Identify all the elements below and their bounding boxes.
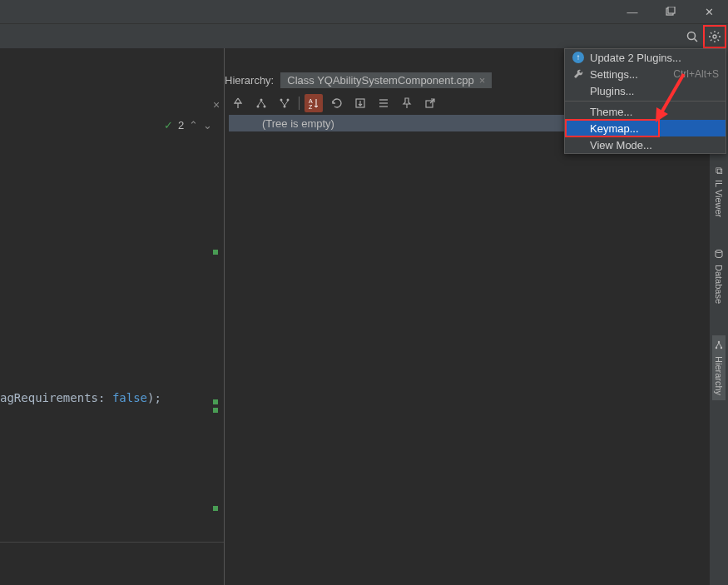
- gutter-mark: [213, 506, 218, 511]
- inspection-count: 2: [178, 119, 184, 131]
- class-hierarchy-icon[interactable]: [229, 94, 247, 112]
- checkmark-icon: ✓: [164, 119, 173, 131]
- external-icon[interactable]: [421, 94, 439, 112]
- sidebar-item-il-viewer[interactable]: ⧉ IL Viewer: [714, 165, 724, 217]
- svg-rect-1: [668, 7, 675, 13]
- autoscroll-icon[interactable]: [351, 94, 369, 112]
- title-bar: — ✕: [0, 0, 728, 23]
- svg-line-12: [718, 32, 720, 34]
- svg-point-27: [718, 341, 720, 343]
- search-icon: [686, 30, 699, 43]
- menu-item-theme[interactable]: Theme...: [565, 103, 726, 120]
- window-close-button[interactable]: ✕: [690, 0, 728, 23]
- hierarchy-icon: [714, 340, 724, 353]
- hierarchy-tab[interactable]: Class YQAbilitySystemComponent.cpp ×: [280, 72, 492, 88]
- svg-point-28: [716, 347, 717, 349]
- svg-line-3: [695, 38, 698, 42]
- expand-all-icon[interactable]: [374, 94, 393, 112]
- sidebar-item-hierarchy[interactable]: Hierarchy: [712, 335, 726, 400]
- menu-item-settings[interactable]: Settings... Ctrl+Alt+S: [565, 66, 726, 82]
- gear-icon: [708, 30, 721, 43]
- svg-point-26: [716, 250, 722, 253]
- code-line[interactable]: agRequirements: false);: [0, 391, 161, 404]
- hierarchy-label: Hierarchy:: [225, 74, 274, 87]
- subtypes-hierarchy-icon[interactable]: [275, 94, 294, 112]
- settings-gear-button[interactable]: [703, 25, 726, 48]
- window-maximize-button[interactable]: [651, 0, 690, 23]
- wrench-icon: [572, 67, 585, 81]
- gutter-mark: [213, 399, 218, 404]
- chevron-up-icon[interactable]: ⌃: [189, 119, 198, 131]
- menu-separator: [565, 101, 726, 102]
- svg-text:Z: Z: [309, 104, 313, 110]
- gutter-mark: [213, 250, 218, 255]
- shortcut-label: Ctrl+Alt+S: [673, 68, 719, 80]
- svg-line-10: [718, 39, 720, 41]
- editor-inspection-status[interactable]: ✓ 2 ⌃ ⌄: [164, 119, 212, 131]
- chevron-down-icon[interactable]: ⌄: [203, 119, 212, 131]
- vertical-divider[interactable]: [224, 48, 225, 585]
- close-icon[interactable]: ×: [479, 74, 486, 87]
- search-button[interactable]: [681, 26, 703, 47]
- gutter-marks: [213, 110, 218, 585]
- menu-item-plugins[interactable]: Plugins...: [565, 82, 726, 99]
- menu-item-view-mode[interactable]: View Mode...: [565, 136, 726, 153]
- menu-item-keymap[interactable]: Keymap...: [565, 120, 726, 136]
- maximize-icon: [666, 7, 676, 17]
- database-icon: [714, 249, 724, 261]
- svg-line-9: [711, 32, 712, 34]
- menu-item-update-plugins[interactable]: ↑ Update 2 Plugins...: [565, 49, 726, 66]
- supertypes-hierarchy-icon[interactable]: [252, 94, 270, 112]
- editor-bottom-divider: [0, 542, 224, 543]
- il-viewer-icon: ⧉: [716, 165, 723, 176]
- svg-line-11: [711, 39, 712, 41]
- pin-icon[interactable]: [398, 94, 416, 112]
- window-minimize-button[interactable]: —: [613, 0, 651, 23]
- hierarchy-header: Hierarchy: Class YQAbilitySystemComponen…: [225, 71, 492, 89]
- sidebar-item-database[interactable]: Database: [714, 249, 724, 304]
- refresh-icon[interactable]: [328, 94, 346, 112]
- svg-point-29: [721, 347, 722, 349]
- sort-alphabetically-icon[interactable]: AZ: [305, 94, 323, 112]
- svg-text:A: A: [309, 98, 313, 104]
- settings-popup-menu: ↑ Update 2 Plugins... Settings... Ctrl+A…: [564, 48, 726, 154]
- top-toolbar: [0, 23, 728, 48]
- svg-point-2: [688, 32, 696, 39]
- toolbar-separator: [299, 97, 300, 110]
- hierarchy-toolbar: AZ: [229, 93, 439, 113]
- svg-point-4: [713, 35, 716, 38]
- gutter-mark: [213, 408, 218, 413]
- hierarchy-tab-text: Class YQAbilitySystemComponent.cpp: [287, 74, 473, 87]
- update-icon: ↑: [572, 51, 585, 64]
